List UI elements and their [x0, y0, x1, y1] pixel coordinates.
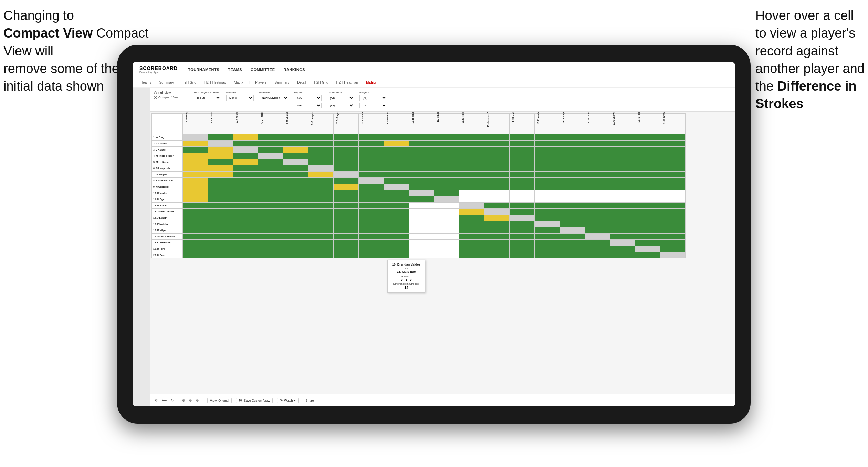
matrix-cell[interactable] [308, 172, 334, 178]
radio-full-view[interactable]: Full View [154, 91, 188, 94]
matrix-cell[interactable] [183, 153, 208, 159]
matrix-cell[interactable] [434, 196, 459, 203]
matrix-cell[interactable] [208, 159, 233, 165]
filter-gender-select[interactable]: Men's [226, 95, 254, 101]
matrix-cell[interactable] [208, 252, 233, 258]
matrix-cell[interactable] [359, 178, 384, 184]
matrix-cell[interactable] [183, 240, 208, 246]
matrix-cell[interactable] [384, 240, 409, 246]
matrix-cell[interactable] [434, 134, 459, 141]
matrix-cell[interactable] [560, 147, 585, 153]
matrix-cell[interactable] [208, 184, 233, 190]
matrix-cell[interactable] [334, 221, 359, 227]
matrix-cell[interactable] [384, 172, 409, 178]
matrix-cell[interactable] [660, 141, 686, 147]
matrix-cell[interactable] [535, 172, 560, 178]
matrix-cell[interactable] [434, 234, 459, 240]
matrix-cell[interactable] [258, 234, 283, 240]
matrix-cell[interactable] [334, 147, 359, 153]
matrix-cell[interactable] [258, 209, 283, 215]
matrix-cell[interactable] [183, 252, 208, 258]
matrix-cell[interactable] [660, 190, 686, 196]
matrix-cell[interactable] [233, 190, 258, 196]
matrix-cell[interactable] [510, 246, 535, 252]
matrix-cell[interactable] [409, 246, 434, 252]
matrix-cell[interactable] [283, 134, 308, 141]
matrix-cell[interactable] [560, 172, 585, 178]
matrix-cell[interactable] [635, 172, 660, 178]
matrix-cell[interactable] [359, 246, 384, 252]
matrix-cell[interactable] [334, 178, 359, 184]
matrix-cell[interactable] [183, 172, 208, 178]
matrix-cell[interactable] [510, 234, 535, 240]
matrix-cell[interactable] [510, 172, 535, 178]
matrix-cell[interactable] [660, 196, 686, 203]
matrix-cell[interactable] [585, 246, 610, 252]
matrix-cell[interactable] [560, 190, 585, 196]
matrix-cell[interactable] [384, 178, 409, 184]
matrix-cell[interactable] [308, 178, 334, 184]
matrix-cell[interactable] [484, 190, 510, 196]
matrix-cell[interactable] [434, 178, 459, 184]
matrix-cell[interactable] [585, 234, 610, 240]
matrix-cell[interactable] [484, 134, 510, 141]
tab-h2h-heatmap-2[interactable]: H2H Heatmap [333, 79, 362, 86]
matrix-cell[interactable] [585, 147, 610, 153]
matrix-cell[interactable] [484, 196, 510, 203]
matrix-cell[interactable] [334, 234, 359, 240]
matrix-cell[interactable] [459, 147, 484, 153]
matrix-cell[interactable] [384, 221, 409, 227]
matrix-cell[interactable] [459, 172, 484, 178]
matrix-cell[interactable] [535, 165, 560, 172]
matrix-cell[interactable] [409, 196, 434, 203]
matrix-cell[interactable] [635, 153, 660, 159]
matrix-cell[interactable] [484, 153, 510, 159]
matrix-cell[interactable] [409, 221, 434, 227]
matrix-cell[interactable] [384, 147, 409, 153]
matrix-cell[interactable] [459, 134, 484, 141]
matrix-cell[interactable] [183, 221, 208, 227]
matrix-cell[interactable] [359, 209, 384, 215]
tab-summary-2[interactable]: Summary [271, 79, 293, 86]
matrix-cell[interactable] [610, 184, 635, 190]
matrix-cell[interactable] [183, 209, 208, 215]
matrix-cell[interactable] [183, 215, 208, 221]
matrix-cell[interactable] [459, 234, 484, 240]
matrix-cell[interactable] [283, 240, 308, 246]
matrix-cell[interactable] [334, 184, 359, 190]
filter-division-select[interactable]: NCAA Division I [259, 95, 289, 101]
matrix-cell[interactable] [610, 190, 635, 196]
matrix-cell[interactable] [334, 227, 359, 234]
matrix-cell[interactable] [585, 221, 610, 227]
watch-btn[interactable]: 👁 Watch ▾ [277, 398, 299, 403]
nav-rankings[interactable]: RANKINGS [283, 68, 305, 72]
matrix-cell[interactable] [359, 141, 384, 147]
matrix-cell[interactable] [359, 153, 384, 159]
matrix-cell[interactable] [434, 221, 459, 227]
matrix-cell[interactable] [560, 153, 585, 159]
matrix-cell[interactable] [334, 196, 359, 203]
matrix-cell[interactable] [560, 215, 585, 221]
matrix-cell[interactable] [510, 221, 535, 227]
matrix-cell[interactable] [484, 240, 510, 246]
matrix-cell[interactable] [308, 209, 334, 215]
matrix-cell[interactable] [635, 178, 660, 184]
matrix-cell[interactable] [434, 153, 459, 159]
matrix-cell[interactable] [535, 227, 560, 234]
matrix-cell[interactable] [258, 141, 283, 147]
matrix-cell[interactable] [535, 134, 560, 141]
matrix-cell[interactable] [660, 203, 686, 209]
matrix-cell[interactable] [635, 147, 660, 153]
matrix-cell[interactable] [635, 165, 660, 172]
matrix-cell[interactable] [258, 240, 283, 246]
matrix-cell[interactable] [660, 234, 686, 240]
matrix-cell[interactable] [510, 209, 535, 215]
matrix-cell[interactable] [585, 141, 610, 147]
matrix-cell[interactable] [660, 240, 686, 246]
matrix-cell[interactable] [359, 159, 384, 165]
matrix-cell[interactable] [610, 240, 635, 246]
matrix-cell[interactable] [384, 252, 409, 258]
matrix-cell[interactable] [610, 252, 635, 258]
matrix-cell[interactable] [183, 190, 208, 196]
matrix-cell[interactable] [258, 147, 283, 153]
